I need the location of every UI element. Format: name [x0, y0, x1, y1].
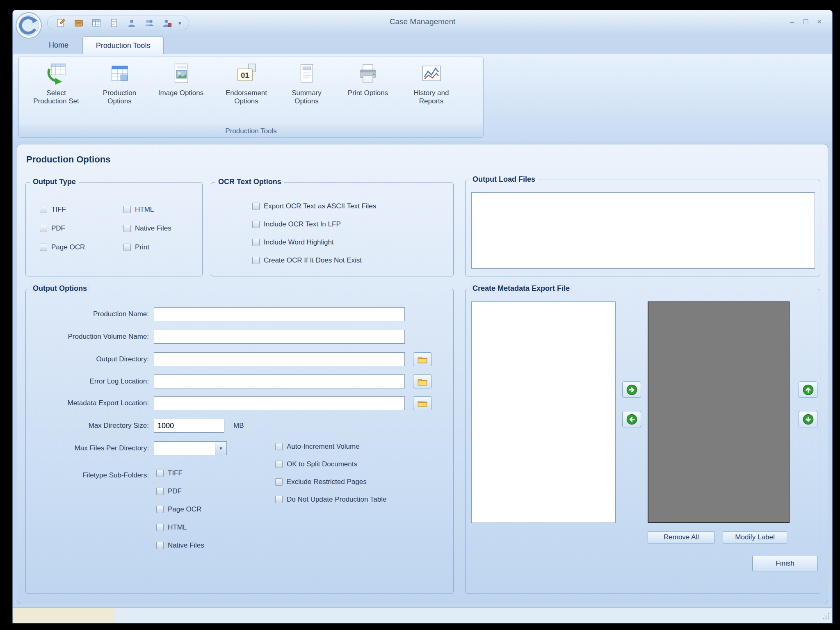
- checkbox-row: Native Files: [156, 541, 204, 550]
- select-production-set-button[interactable]: Select Production Set: [21, 60, 91, 125]
- remove-field-button[interactable]: [622, 411, 641, 427]
- subfolder-pdf-checkbox[interactable]: [156, 488, 164, 495]
- arrow-right-icon: [626, 384, 637, 395]
- max-files-per-directory-select[interactable]: ▼: [154, 441, 227, 455]
- output-type-legend: Output Type: [30, 178, 79, 186]
- error-log-location-input[interactable]: [154, 374, 405, 388]
- max-directory-size-input[interactable]: [154, 419, 224, 433]
- create-ocr-checkbox[interactable]: [252, 257, 260, 264]
- exclude-restricted-pages-checkbox[interactable]: [275, 478, 283, 486]
- export-fields-selected-list[interactable]: [648, 301, 790, 523]
- production-options-icon: [108, 62, 132, 86]
- remove-all-button[interactable]: Remove All: [648, 531, 715, 543]
- metadata-export-location-input[interactable]: [154, 396, 405, 410]
- ribbon-group-caption: Production Tools: [19, 125, 483, 137]
- checkbox-row: TIFF: [40, 205, 66, 214]
- checkbox-label: Print: [135, 243, 149, 251]
- ribbon-button-label: History and Reports: [414, 89, 449, 105]
- output-page-ocr-checkbox[interactable]: [40, 244, 47, 251]
- ok-to-split-documents-checkbox[interactable]: [275, 461, 283, 468]
- maximize-button[interactable]: □: [803, 16, 808, 27]
- export-ocr-ascii-checkbox[interactable]: [252, 203, 260, 210]
- output-directory-input[interactable]: [154, 352, 405, 366]
- do-not-update-production-table-checkbox[interactable]: [275, 496, 283, 503]
- metadata-export-location-label: Metadata Export Location:: [26, 399, 149, 407]
- ribbon-tab-strip: Home Production Tools: [13, 35, 832, 54]
- max-directory-size-label: Max Directory Size:: [26, 422, 149, 430]
- select-production-set-icon: [44, 62, 68, 86]
- tab-production-tools[interactable]: Production Tools: [82, 37, 164, 54]
- export-fields-available-list[interactable]: [471, 301, 616, 523]
- summary-options-button[interactable]: Summary Options: [279, 60, 334, 125]
- add-field-button[interactable]: [622, 381, 641, 398]
- endorsement-options-icon: 01: [235, 62, 258, 86]
- output-html-checkbox[interactable]: [123, 206, 131, 213]
- output-print-checkbox[interactable]: [123, 244, 131, 251]
- modify-label-button[interactable]: Modify Label: [723, 531, 787, 543]
- checkbox-row: Include Word Highlight: [252, 238, 334, 247]
- checkbox-row: Include OCR Text In LFP: [252, 220, 341, 228]
- resize-grip[interactable]: [822, 612, 830, 621]
- subfolder-native-files-checkbox[interactable]: [156, 542, 164, 549]
- output-load-files-list[interactable]: [471, 192, 815, 269]
- checkbox-row: PDF: [156, 487, 182, 495]
- checkbox-label: Native Files: [168, 541, 204, 550]
- endorsement-options-button[interactable]: 01 Endorsement Options: [215, 60, 278, 125]
- subfolder-html-checkbox[interactable]: [156, 524, 164, 531]
- history-and-reports-button[interactable]: History and Reports: [402, 60, 461, 125]
- output-type-group: Output Type TIFF PDF Page OCR HTML Nativ…: [25, 182, 203, 276]
- checkbox-row: Native Files: [123, 224, 171, 233]
- checkbox-label: Include OCR Text In LFP: [264, 220, 341, 228]
- production-options-button[interactable]: Production Options: [92, 60, 147, 125]
- checkbox-row: Page OCR: [40, 243, 85, 251]
- output-directory-label: Output Directory:: [26, 355, 149, 363]
- application-orb-icon: [15, 12, 42, 39]
- application-menu-button[interactable]: [15, 12, 42, 39]
- checkbox-label: Export OCR Text as ASCII Text Files: [264, 202, 376, 210]
- auto-increment-volume-checkbox[interactable]: [275, 443, 283, 450]
- subfolder-tiff-checkbox[interactable]: [156, 470, 164, 477]
- image-options-button[interactable]: Image Options: [148, 60, 214, 125]
- checkbox-row: HTML: [123, 205, 154, 214]
- checkbox-row: HTML: [156, 523, 187, 532]
- close-button[interactable]: ×: [817, 16, 822, 27]
- status-bar-left-section: [13, 608, 115, 623]
- tab-home[interactable]: Home: [40, 37, 78, 54]
- ribbon-button-label: Endorsement Options: [226, 89, 267, 105]
- output-directory-browse-button[interactable]: [413, 352, 432, 366]
- production-volume-name-input[interactable]: [154, 330, 405, 344]
- checkbox-row: Print: [123, 243, 149, 251]
- include-ocr-lfp-checkbox[interactable]: [252, 221, 260, 228]
- error-log-location-label: Error Log Location:: [26, 377, 149, 386]
- checkbox-label: PDF: [168, 487, 182, 495]
- subfolder-page-ocr-checkbox[interactable]: [156, 506, 164, 513]
- checkbox-row: Do Not Update Production Table: [275, 495, 387, 504]
- move-field-up-button[interactable]: [799, 381, 817, 398]
- finish-button[interactable]: Finish: [752, 556, 818, 571]
- checkbox-row: OK to Split Documents: [275, 460, 357, 468]
- ribbon: Select Production Set Production Options: [13, 54, 832, 141]
- output-tiff-checkbox[interactable]: [40, 206, 47, 213]
- checkbox-label: OK to Split Documents: [287, 460, 357, 468]
- metadata-export-browse-button[interactable]: [413, 396, 432, 410]
- case-management-window: ▾ Case Management – □ × Home Production …: [12, 10, 833, 623]
- minimize-button[interactable]: –: [790, 16, 794, 27]
- move-field-down-button[interactable]: [799, 411, 817, 427]
- production-name-input[interactable]: [154, 307, 405, 321]
- max-directory-size-unit: MB: [233, 422, 244, 430]
- create-metadata-export-legend: Create Metadata Export File: [470, 284, 573, 293]
- chevron-down-icon[interactable]: ▼: [215, 442, 226, 455]
- checkbox-label: Native Files: [135, 224, 171, 233]
- error-log-browse-button[interactable]: [413, 374, 432, 388]
- ribbon-group-production-tools: Select Production Set Production Options: [18, 57, 484, 138]
- production-name-label: Production Name:: [26, 310, 149, 318]
- output-pdf-checkbox[interactable]: [40, 225, 47, 232]
- print-options-button[interactable]: Print Options: [335, 60, 401, 125]
- title-bar: ▾ Case Management – □ ×: [13, 10, 832, 35]
- include-word-highlight-checkbox[interactable]: [252, 239, 260, 246]
- arrow-down-icon: [803, 414, 814, 425]
- production-options-panel: Production Options Output Type TIFF PDF …: [17, 144, 828, 604]
- checkbox-label: Do Not Update Production Table: [287, 495, 387, 504]
- output-native-files-checkbox[interactable]: [123, 225, 131, 232]
- image-options-icon: [169, 62, 193, 86]
